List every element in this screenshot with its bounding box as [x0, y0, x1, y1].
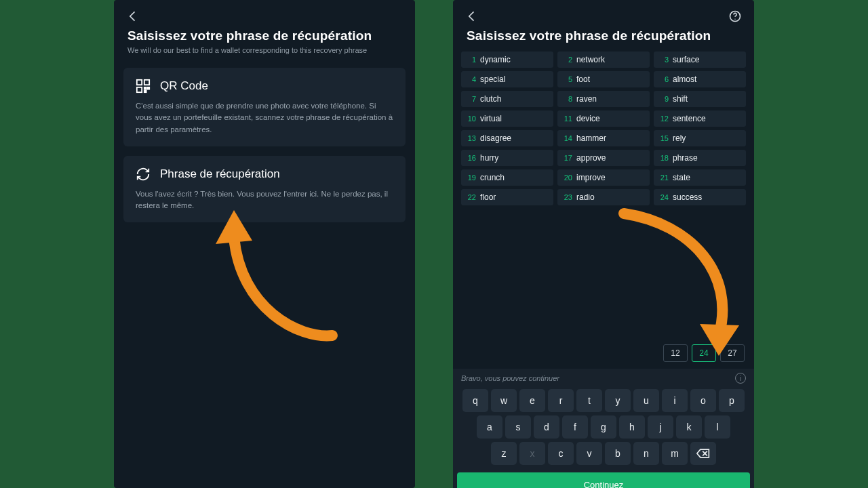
topbar: [453, 0, 754, 23]
seed-word[interactable]: 18phrase: [654, 150, 746, 166]
word-count-option[interactable]: 12: [663, 344, 688, 362]
key-a[interactable]: a: [477, 415, 502, 439]
seed-word[interactable]: 19crunch: [461, 169, 553, 186]
key-x[interactable]: x: [519, 442, 545, 465]
key-e[interactable]: e: [519, 389, 545, 412]
word-count-option[interactable]: 24: [692, 344, 716, 362]
seed-word[interactable]: 5foot: [557, 71, 650, 87]
seed-word[interactable]: 8raven: [557, 91, 650, 107]
key-w[interactable]: w: [491, 389, 517, 412]
key-f[interactable]: f: [562, 415, 588, 439]
key-v[interactable]: v: [576, 442, 602, 465]
word-count-option[interactable]: 27: [720, 344, 745, 362]
key-u[interactable]: u: [633, 389, 659, 412]
header: Saisissez votre phrase de récupération: [453, 23, 754, 47]
qr-code-option[interactable]: QR Code C'est aussi simple que de prendr…: [123, 68, 406, 146]
seed-word[interactable]: 12sentence: [654, 110, 746, 127]
seed-word[interactable]: 15rely: [654, 130, 746, 146]
key-s[interactable]: s: [505, 415, 531, 439]
svg-rect-1: [144, 80, 149, 85]
continue-button[interactable]: Continuez: [457, 472, 750, 488]
import-method-screen: Saisissez votre phrase de récupération W…: [114, 0, 415, 488]
key-d[interactable]: d: [534, 415, 559, 439]
seed-word[interactable]: 14hammer: [557, 130, 650, 146]
seed-word[interactable]: 1dynamic: [461, 52, 553, 68]
help-icon[interactable]: [728, 9, 742, 23]
qr-label: QR Code: [160, 79, 208, 93]
key-y[interactable]: y: [605, 389, 631, 412]
seed-word[interactable]: 11device: [557, 110, 650, 127]
seed-word[interactable]: 4special: [461, 71, 553, 87]
back-icon[interactable]: [126, 9, 140, 23]
header: Saisissez votre phrase de récupération W…: [114, 23, 415, 58]
back-icon[interactable]: [465, 9, 479, 23]
key-c[interactable]: c: [548, 442, 574, 465]
svg-rect-3: [144, 87, 146, 89]
seed-word[interactable]: 16hurry: [461, 150, 553, 166]
key-k[interactable]: k: [676, 415, 702, 439]
seed-word[interactable]: 21state: [654, 169, 746, 186]
key-m[interactable]: m: [662, 442, 688, 465]
key-r[interactable]: r: [548, 389, 574, 412]
keyboard-area: Bravo, vous pouvez continuer i qwertyuio…: [453, 369, 754, 488]
seed-word[interactable]: 20improve: [557, 169, 650, 186]
seed-word-grid: 1dynamic2network3surface4special5foot6al…: [461, 52, 746, 205]
seed-word[interactable]: 23radio: [557, 189, 650, 205]
seed-word[interactable]: 17approve: [557, 150, 650, 166]
seed-word[interactable]: 7clutch: [461, 91, 553, 107]
page-title: Saisissez votre phrase de récupération: [467, 28, 741, 43]
key-l[interactable]: l: [705, 415, 730, 439]
svg-point-7: [734, 19, 735, 20]
page-subtitle: We will do our best to find a wallet cor…: [127, 46, 401, 54]
recovery-phrase-option[interactable]: Phrase de récupération Vous l'avez écrit…: [123, 156, 406, 223]
key-z[interactable]: z: [491, 442, 517, 465]
seed-word[interactable]: 6almost: [654, 71, 746, 87]
word-count-picker: 122427: [663, 344, 745, 362]
seed-word[interactable]: 2network: [557, 52, 650, 68]
key-h[interactable]: h: [619, 415, 645, 439]
qr-icon: [136, 79, 151, 94]
key-n[interactable]: n: [633, 442, 659, 465]
seed-word[interactable]: 22floor: [461, 189, 553, 205]
info-icon[interactable]: i: [735, 373, 746, 384]
key-g[interactable]: g: [591, 415, 616, 439]
seed-word[interactable]: 10virtual: [461, 110, 553, 127]
key-o[interactable]: o: [690, 389, 716, 412]
keyboard: qwertyuiopasdfghjklzxcvbnm: [453, 388, 754, 472]
key-i[interactable]: i: [662, 389, 688, 412]
refresh-icon: [136, 167, 151, 182]
seed-word[interactable]: 3surface: [654, 52, 746, 68]
ime-hint: Bravo, vous pouvez continuer: [461, 374, 559, 382]
qr-desc: C'est aussi simple que de prendre une ph…: [136, 100, 393, 136]
backspace-key[interactable]: [690, 442, 716, 465]
svg-rect-5: [144, 90, 146, 92]
topbar: [114, 0, 415, 23]
svg-rect-4: [147, 87, 149, 89]
key-j[interactable]: j: [648, 415, 673, 439]
key-p[interactable]: p: [719, 389, 745, 412]
seed-word[interactable]: 13disagree: [461, 130, 553, 146]
seed-word[interactable]: 9shift: [654, 91, 746, 107]
key-t[interactable]: t: [576, 389, 602, 412]
svg-rect-2: [137, 87, 142, 92]
enter-phrase-screen: Saisissez votre phrase de récupération 1…: [453, 0, 754, 488]
phrase-label: Phrase de récupération: [160, 167, 280, 181]
seed-word[interactable]: 24success: [654, 189, 746, 205]
page-title: Saisissez votre phrase de récupération: [127, 28, 401, 43]
phrase-desc: Vous l'avez écrit ? Très bien. Vous pouv…: [136, 188, 393, 212]
svg-rect-0: [137, 80, 142, 85]
key-b[interactable]: b: [605, 442, 631, 465]
key-q[interactable]: q: [462, 389, 488, 412]
